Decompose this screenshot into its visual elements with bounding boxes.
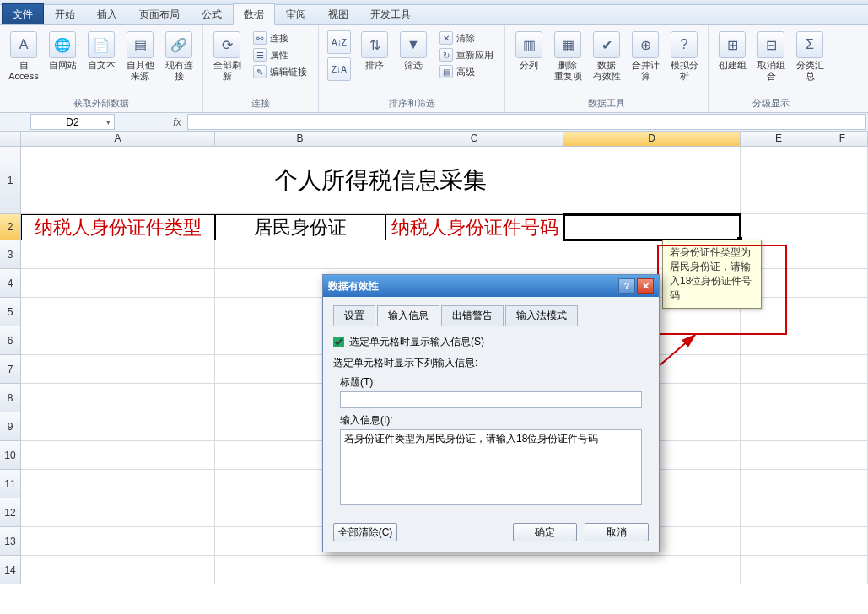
cell-r2c1[interactable]: 纳税人身份证件类型	[21, 214, 215, 240]
cell[interactable]	[21, 384, 215, 412]
row-header-1[interactable]: 1	[0, 147, 21, 214]
advanced-filter-button[interactable]: ▤高级	[437, 64, 496, 79]
subtotal-button[interactable]: Σ分类汇总	[791, 29, 828, 84]
tab-layout[interactable]: 页面布局	[128, 3, 191, 24]
fx-label[interactable]: fx	[167, 113, 187, 131]
cell[interactable]	[563, 556, 741, 584]
cell[interactable]	[21, 556, 215, 584]
cell[interactable]	[817, 527, 868, 556]
cell[interactable]	[741, 441, 817, 470]
col-header-a[interactable]: A	[21, 132, 215, 147]
group-rows-button[interactable]: ⊞创建组	[714, 29, 751, 73]
cell[interactable]	[817, 498, 868, 527]
col-header-b[interactable]: B	[215, 132, 385, 147]
tab-dev[interactable]: 开发工具	[359, 3, 422, 24]
clear-filter-button[interactable]: ✕清除	[437, 30, 496, 46]
title-field-input[interactable]	[340, 391, 642, 408]
row-header-3[interactable]: 3	[0, 240, 21, 269]
row-header-6[interactable]: 6	[0, 326, 21, 355]
cell[interactable]	[817, 214, 868, 240]
reapply-button[interactable]: ↻重新应用	[437, 47, 496, 62]
tab-review[interactable]: 审阅	[275, 3, 317, 24]
cell[interactable]	[741, 147, 817, 214]
row-header-4[interactable]: 4	[0, 269, 21, 298]
cell[interactable]	[741, 214, 817, 240]
edit-links-button[interactable]: ✎编辑链接	[251, 64, 310, 79]
cell[interactable]	[817, 556, 868, 584]
dialog-tab-input[interactable]: 输入信息	[377, 305, 439, 326]
cell[interactable]	[741, 326, 817, 355]
row-header-12[interactable]: 12	[0, 498, 21, 527]
cell[interactable]	[817, 470, 868, 498]
cell[interactable]	[21, 441, 215, 470]
tab-view[interactable]: 视图	[317, 3, 359, 24]
row-header-9[interactable]: 9	[0, 412, 21, 441]
row-header-8[interactable]: 8	[0, 384, 21, 412]
cell[interactable]	[741, 384, 817, 412]
dialog-tab-ime[interactable]: 输入法模式	[505, 305, 578, 326]
cell[interactable]	[21, 527, 215, 556]
cell[interactable]	[817, 269, 868, 298]
cell[interactable]	[741, 498, 817, 527]
col-header-d[interactable]: D	[563, 132, 741, 147]
from-access-button[interactable]: A自 Access	[5, 29, 42, 84]
connections-button[interactable]: ⚯连接	[251, 30, 310, 46]
tab-insert[interactable]: 插入	[86, 3, 128, 24]
from-text-button[interactable]: 📄自文本	[83, 29, 120, 73]
cell[interactable]	[741, 412, 817, 441]
cell[interactable]	[741, 556, 817, 584]
cell[interactable]	[21, 498, 215, 527]
message-field-textarea[interactable]	[340, 429, 642, 505]
row-header-2[interactable]: 2	[0, 214, 21, 240]
cell[interactable]	[21, 298, 215, 326]
cell[interactable]	[215, 240, 385, 269]
text-to-columns-button[interactable]: ▥分列	[510, 29, 547, 73]
cell[interactable]	[817, 384, 868, 412]
row-header-13[interactable]: 13	[0, 527, 21, 556]
cell[interactable]	[817, 298, 868, 326]
ok-button[interactable]: 确定	[513, 523, 577, 541]
cell[interactable]	[817, 326, 868, 355]
filter-button[interactable]: ▼筛选	[395, 29, 432, 73]
dialog-help-button[interactable]: ?	[618, 278, 635, 294]
row-header-11[interactable]: 11	[0, 470, 21, 498]
whatif-button[interactable]: ?模拟分析	[666, 29, 703, 84]
cell[interactable]	[21, 470, 215, 498]
cell[interactable]	[817, 441, 868, 470]
tab-home[interactable]: 开始	[44, 3, 86, 24]
cell[interactable]	[385, 240, 563, 269]
formula-bar[interactable]	[187, 114, 866, 130]
cell-r2c2[interactable]: 居民身份证	[215, 214, 385, 240]
cell[interactable]	[215, 556, 385, 584]
tab-file[interactable]: 文件	[2, 3, 44, 24]
sort-desc-button[interactable]: Z↓A	[327, 57, 351, 81]
row-header-14[interactable]: 14	[0, 556, 21, 584]
name-box[interactable]: D2	[30, 114, 115, 130]
from-web-button[interactable]: 🌐自网站	[44, 29, 81, 73]
row-header-5[interactable]: 5	[0, 298, 21, 326]
ungroup-button[interactable]: ⊟取消组合	[752, 29, 790, 84]
cell[interactable]	[21, 240, 215, 269]
remove-dup-button[interactable]: ▦删除 重复项	[549, 29, 586, 84]
row-header-7[interactable]: 7	[0, 355, 21, 384]
cell[interactable]	[741, 470, 817, 498]
select-all-corner[interactable]	[0, 132, 21, 147]
merged-title-cell[interactable]: 个人所得税信息采集	[21, 147, 741, 214]
consolidate-button[interactable]: ⊕合并计算	[627, 29, 664, 84]
sort-button[interactable]: ⇅排序	[356, 29, 393, 73]
col-header-f[interactable]: F	[817, 132, 868, 147]
cell[interactable]	[817, 147, 868, 214]
row-header-10[interactable]: 10	[0, 441, 21, 470]
cell[interactable]	[21, 412, 215, 441]
cell[interactable]	[817, 355, 868, 384]
properties-button[interactable]: ☰属性	[251, 47, 310, 62]
sort-asc-button[interactable]: A↓Z	[327, 30, 351, 54]
cell-r2c3[interactable]: 纳税人身份证件号码	[385, 214, 563, 240]
dialog-tab-settings[interactable]: 设置	[333, 305, 375, 326]
dialog-titlebar[interactable]: 数据有效性 ? ✕	[323, 275, 659, 297]
tab-data[interactable]: 数据	[233, 3, 275, 25]
cell[interactable]	[21, 326, 215, 355]
cell[interactable]	[21, 269, 215, 298]
cell[interactable]	[817, 240, 868, 269]
cell[interactable]	[385, 556, 563, 584]
